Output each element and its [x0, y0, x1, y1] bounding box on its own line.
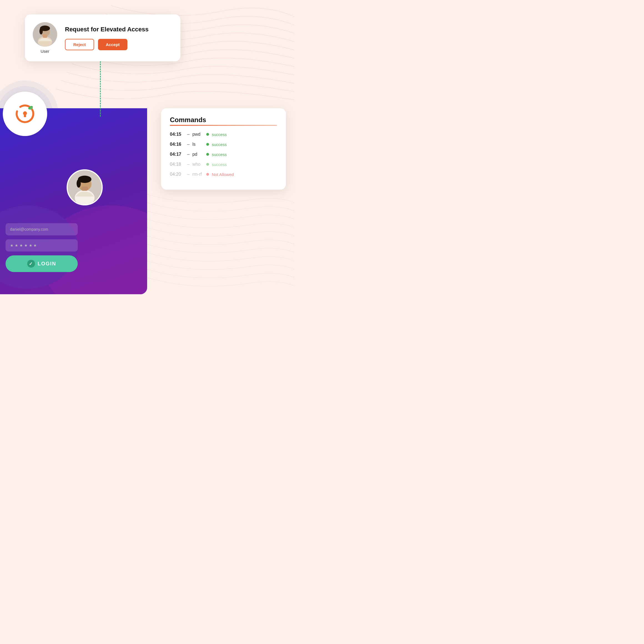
cmd-dash-3: – [187, 152, 190, 157]
avatar-label: User [41, 49, 49, 54]
login-check-icon: ✓ [27, 260, 35, 268]
cmd-time-5: 04:20 [170, 172, 184, 177]
cmd-dot-2 [206, 143, 209, 146]
accept-button[interactable]: Accept [98, 39, 127, 50]
request-card: User Request for Elevated Access Reject … [25, 14, 180, 61]
login-label: LOGIN [38, 261, 56, 267]
cmd-name-5: rm-rf [192, 172, 206, 177]
cmd-name-1: pwd [192, 132, 206, 137]
cmd-dash-2: – [187, 142, 190, 147]
command-row-who: 04:18 – who success [170, 162, 277, 167]
request-title: Request for Elevated Access [65, 26, 172, 34]
cmd-time-3: 04:17 [170, 152, 184, 157]
cmd-dot-1 [206, 133, 209, 136]
svg-rect-17 [81, 187, 88, 191]
password-field[interactable] [6, 239, 78, 251]
svg-point-16 [77, 179, 81, 188]
connector-line [100, 61, 101, 117]
command-row-rmrf: 04:20 – rm-rf Not Allowed [170, 172, 277, 177]
logo-bg-inner [3, 92, 47, 136]
svg-point-4 [39, 28, 43, 34]
cmd-dot-4 [206, 163, 209, 166]
page-container: User Request for Elevated Access Reject … [0, 0, 294, 294]
app-logo-icon [14, 103, 36, 125]
cmd-time-1: 04:15 [170, 132, 184, 137]
email-field[interactable] [6, 223, 78, 235]
cmd-dash-4: – [187, 162, 190, 167]
command-row-ls: 04:16 – ls success [170, 142, 277, 147]
user-avatar [33, 22, 57, 47]
cmd-name-4: who [192, 162, 206, 167]
cmd-dot-3 [206, 153, 209, 156]
card-actions: Reject Accept [65, 39, 172, 50]
login-form: ✓ LOGIN [6, 223, 78, 272]
cmd-name-3: pd [192, 152, 206, 157]
cmd-time-4: 04:18 [170, 162, 184, 167]
cmd-status-5: Not Allowed [212, 172, 234, 177]
cmd-name-2: ls [192, 142, 206, 147]
avatar-wrap: User [33, 22, 57, 54]
commands-card: Commands 04:15 – pwd success 04:16 – ls … [161, 108, 286, 190]
reject-button[interactable]: Reject [65, 39, 94, 50]
cmd-status-2: success [212, 142, 227, 147]
commands-divider [170, 125, 277, 126]
left-panel: ✓ LOGIN [0, 108, 147, 294]
svg-point-1 [38, 37, 52, 47]
cmd-dash-5: – [187, 172, 190, 177]
cmd-time-2: 04:16 [170, 142, 184, 147]
cmd-dot-5 [206, 173, 209, 176]
commands-title: Commands [170, 116, 277, 124]
card-content: Request for Elevated Access Reject Accep… [65, 26, 172, 51]
command-row-pwd: 04:15 – pwd success [170, 132, 277, 137]
cmd-status-3: success [212, 152, 227, 157]
login-button[interactable]: ✓ LOGIN [6, 255, 78, 272]
svg-rect-7 [24, 114, 26, 117]
command-row-pd: 04:17 – pd success [170, 152, 277, 157]
cmd-status-1: success [212, 132, 227, 137]
cmd-status-4: success [212, 162, 227, 167]
cmd-dash-1: – [187, 132, 190, 137]
panel-user-avatar [67, 169, 103, 205]
svg-rect-5 [43, 34, 47, 38]
left-panel-bg: ✓ LOGIN [0, 108, 147, 294]
